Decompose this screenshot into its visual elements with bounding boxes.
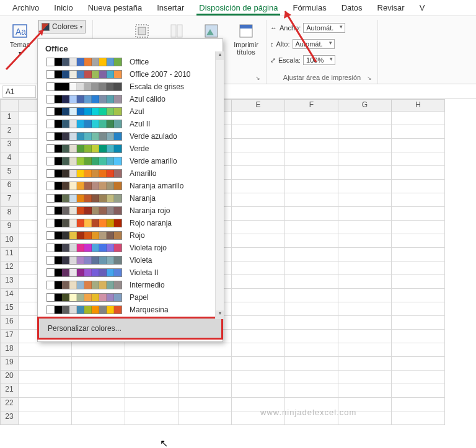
color-scheme-item[interactable]: Azul [43, 105, 218, 118]
cell[interactable] [338, 221, 392, 234]
cell[interactable] [392, 112, 445, 125]
print-titles-button[interactable]: Imprimir títulos [230, 20, 262, 56]
row-header[interactable]: 2 [0, 125, 19, 139]
row-header[interactable]: 3 [0, 139, 19, 152]
panel-scrollbar[interactable]: ▴ ▾ [215, 51, 224, 319]
cell[interactable] [19, 343, 72, 357]
cell[interactable] [338, 384, 392, 398]
color-scheme-item[interactable]: Office [43, 56, 218, 68]
color-scheme-item[interactable]: Amarillo [43, 167, 218, 180]
row-header[interactable]: 20 [0, 371, 19, 384]
tab-nueva[interactable]: Nueva pestaña [81, 1, 149, 15]
row-header[interactable]: 13 [0, 275, 19, 289]
cell[interactable] [285, 302, 338, 316]
tab-revisar[interactable]: Revisar [370, 1, 412, 15]
cell[interactable] [392, 398, 445, 411]
cell[interactable] [125, 371, 178, 384]
cell[interactable] [392, 234, 445, 248]
cell[interactable] [232, 275, 285, 289]
cell[interactable] [392, 248, 445, 261]
cell[interactable] [392, 384, 445, 398]
cell[interactable] [19, 384, 72, 398]
row-header[interactable]: 22 [0, 398, 19, 411]
row-header[interactable]: 6 [0, 180, 19, 193]
cell[interactable] [338, 234, 392, 248]
color-scheme-item[interactable]: Intermedio [43, 279, 218, 291]
cell[interactable] [285, 125, 338, 139]
color-scheme-item[interactable]: Office 2007 - 2010 [43, 68, 218, 81]
row-header[interactable]: 11 [0, 248, 19, 261]
cell[interactable] [72, 398, 125, 411]
cell[interactable] [285, 357, 338, 371]
cell[interactable] [392, 357, 445, 371]
cell[interactable] [285, 193, 338, 207]
row-header[interactable]: 18 [0, 343, 19, 357]
cell[interactable] [232, 180, 285, 193]
color-scheme-item[interactable]: Naranja [43, 192, 218, 204]
cell[interactable] [338, 289, 392, 302]
cell[interactable] [338, 207, 392, 221]
row-header[interactable]: 1 [0, 112, 19, 125]
cell[interactable] [178, 343, 232, 357]
tab-archivo[interactable]: Archivo [5, 1, 46, 15]
row-header[interactable]: 17 [0, 330, 19, 343]
color-scheme-item[interactable]: Azul II [43, 118, 218, 130]
scroll-down-icon[interactable]: ▾ [216, 310, 224, 319]
color-scheme-item[interactable]: Verde amarillo [43, 155, 218, 167]
tab-vista[interactable]: V [412, 1, 433, 15]
cell[interactable] [338, 152, 392, 166]
cell[interactable] [125, 411, 178, 425]
cell[interactable] [232, 330, 285, 343]
cell[interactable] [19, 371, 72, 384]
cell[interactable] [285, 275, 338, 289]
cell[interactable] [232, 152, 285, 166]
cell[interactable] [232, 112, 285, 125]
column-header[interactable]: E [232, 99, 285, 112]
cell[interactable] [19, 398, 72, 411]
color-scheme-item[interactable]: Violeta rojo [43, 242, 218, 254]
cell[interactable] [392, 261, 445, 275]
cell[interactable] [338, 248, 392, 261]
cell[interactable] [338, 112, 392, 125]
cell[interactable] [178, 384, 232, 398]
select-all-corner[interactable] [0, 99, 19, 112]
color-scheme-item[interactable]: Rojo naranja [43, 217, 218, 229]
color-scheme-item[interactable]: Naranja rojo [43, 204, 218, 217]
cell[interactable] [338, 316, 392, 330]
color-scheme-item[interactable]: Azul cálido [43, 93, 218, 105]
dialog-launcher-icon[interactable]: ↘ [255, 75, 261, 81]
cell[interactable] [392, 289, 445, 302]
color-scheme-item[interactable]: Naranja amarillo [43, 180, 218, 192]
row-header[interactable]: 8 [0, 207, 19, 221]
cell[interactable] [19, 411, 72, 425]
tab-inicio[interactable]: Inicio [46, 1, 80, 15]
cell[interactable] [232, 289, 285, 302]
cell[interactable] [232, 302, 285, 316]
color-scheme-item[interactable]: Marquesina [43, 304, 218, 316]
cell[interactable] [392, 343, 445, 357]
cell[interactable] [285, 343, 338, 357]
cell[interactable] [392, 166, 445, 180]
column-header[interactable]: F [285, 99, 338, 112]
cell[interactable] [285, 152, 338, 166]
cell[interactable] [338, 125, 392, 139]
cell[interactable] [338, 357, 392, 371]
cell[interactable] [338, 180, 392, 193]
cell[interactable] [232, 248, 285, 261]
cell[interactable] [338, 166, 392, 180]
cell[interactable] [338, 302, 392, 316]
cell[interactable] [392, 125, 445, 139]
cell[interactable] [392, 316, 445, 330]
cell[interactable] [178, 371, 232, 384]
cell[interactable] [125, 343, 178, 357]
cell[interactable] [285, 330, 338, 343]
color-scheme-item[interactable]: Violeta II [43, 266, 218, 279]
cell[interactable] [285, 248, 338, 261]
cell[interactable] [392, 139, 445, 152]
cell[interactable] [338, 343, 392, 357]
cell[interactable] [232, 343, 285, 357]
cell[interactable] [232, 221, 285, 234]
cell[interactable] [232, 234, 285, 248]
row-header[interactable]: 23 [0, 411, 19, 425]
cell[interactable] [392, 411, 445, 425]
